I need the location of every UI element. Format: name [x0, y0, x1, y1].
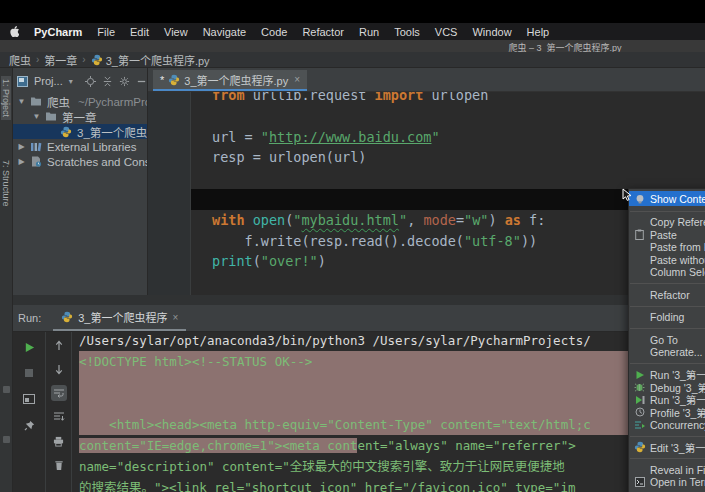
- tree-expand-icon[interactable]: ▼: [17, 97, 26, 106]
- favorites-icon[interactable]: [3, 386, 10, 393]
- print-icon[interactable]: [51, 433, 67, 449]
- context-menu-item-refactor[interactable]: Refactor: [629, 289, 705, 302]
- menubar-item-vcs[interactable]: VCS: [435, 26, 458, 38]
- menubar-item-file[interactable]: File: [97, 26, 115, 38]
- menubar-item-navigate[interactable]: Navigate: [203, 26, 246, 38]
- soft-wrap-icon[interactable]: [51, 385, 67, 401]
- scratches-icon: [30, 156, 43, 168]
- code-line[interactable]: 7url = "http://www.baidu.com": [148, 127, 705, 148]
- context-menu-item-run-3-with-coverage[interactable]: Run '3_第一个爬虫程序' with Coverage: [629, 394, 705, 407]
- menubar-item-help[interactable]: Help: [527, 26, 550, 38]
- up-stacktrace-icon[interactable]: [51, 337, 67, 353]
- context-menu-item-column-selection-mode[interactable]: Column Selection Mode: [629, 266, 705, 279]
- context-menu-item-copy-reference[interactable]: Copy Reference: [629, 216, 705, 229]
- menubar-item-view[interactable]: View: [164, 26, 188, 38]
- concurrency-icon: [633, 419, 646, 430]
- tab-3-diyige-pachong-chengxu[interactable]: * 3_第一个爬虫程序.py ×: [153, 70, 307, 91]
- stop-button[interactable]: [21, 365, 37, 381]
- context-menu-item-profile-3[interactable]: Profile '3_第一个爬虫程序': [629, 406, 705, 419]
- breadcrumb: 爬虫›第一章›3_第一个爬虫程序.py: [0, 52, 705, 68]
- code-line[interactable]: 14: [148, 272, 705, 293]
- context-menu-item-generate[interactable]: Generate...: [629, 346, 705, 359]
- context-menu-item-folding[interactable]: Folding: [629, 311, 705, 324]
- close-run-tab-icon[interactable]: ×: [173, 312, 179, 323]
- breadcrumb-item[interactable]: 爬虫: [9, 52, 31, 68]
- tree-item-external-libraries[interactable]: ▶External Libraries: [13, 139, 147, 154]
- context-menu-item-reveal-in-finder[interactable]: Reveal in Finder: [629, 464, 705, 477]
- gear-icon[interactable]: [119, 75, 130, 87]
- tree-item-scratches-and-consoles[interactable]: ▶Scratches and Consoles: [13, 154, 147, 169]
- locate-file-icon[interactable]: [85, 75, 96, 87]
- menubar-item-window[interactable]: Window: [472, 26, 511, 38]
- menu-separator: [630, 436, 705, 437]
- context-menu-item-paste-from-history[interactable]: Paste from History...: [629, 241, 705, 254]
- editor-gutter: [148, 91, 191, 295]
- python-file-icon: [91, 54, 103, 66]
- run-tab-label: 3_第一个爬虫程序: [78, 309, 167, 325]
- close-tab-icon[interactable]: ×: [294, 74, 300, 85]
- breadcrumb-item[interactable]: 第一章: [44, 52, 77, 68]
- menu-separator: [630, 458, 705, 459]
- tree-item--[interactable]: ▼第一章: [13, 109, 147, 124]
- editor-run-splitter[interactable]: [13, 295, 705, 305]
- sidebar-item-structure[interactable]: 7: Structure: [1, 160, 11, 207]
- menubar-item-run[interactable]: Run: [359, 26, 379, 38]
- menubar-item-pycharm[interactable]: PyCharm: [34, 26, 82, 38]
- menubar-item-tools[interactable]: Tools: [394, 26, 420, 38]
- tree-expand-icon[interactable]: ▶: [17, 142, 26, 151]
- context-menu-item-show-context-actions[interactable]: Show Context Actions: [629, 191, 705, 206]
- console-line: name="description" content="全球最大的中文搜索引擎、…: [79, 456, 705, 477]
- project-panel-title[interactable]: Proj...: [34, 75, 63, 87]
- code-line[interactable]: 9: [148, 168, 705, 189]
- todo-icon[interactable]: [3, 436, 10, 443]
- console-line: <!DOCTYPE html><!--STATUS OK-->: [79, 351, 705, 372]
- menu-item-label: Profile '3_第一个爬虫程序': [650, 406, 705, 419]
- macos-menubar: PyCharmFileEditViewNavigateCodeRefactorR…: [0, 23, 705, 40]
- tree-item-label: 第一章: [62, 109, 97, 125]
- breadcrumb-item[interactable]: 3_第一个爬虫程序.py: [91, 52, 210, 68]
- console-line: [79, 393, 705, 414]
- folder-icon: [30, 96, 43, 108]
- tree-item-label: Scratches and Consoles: [47, 156, 148, 168]
- menubar-item-code[interactable]: Code: [261, 26, 287, 38]
- context-menu-item-debug-3[interactable]: Debug '3_第一个爬虫程序': [629, 381, 705, 394]
- context-menu-item-paste[interactable]: Paste: [629, 229, 705, 242]
- collapse-all-icon[interactable]: [102, 75, 113, 87]
- hide-panel-icon[interactable]: [136, 75, 147, 87]
- code-line[interactable]: 8resp = urlopen(url): [148, 147, 705, 168]
- python-icon: [60, 126, 73, 138]
- menu-item-label: Folding: [650, 311, 684, 323]
- code-line[interactable]: 6: [148, 106, 705, 127]
- tree-expand-icon[interactable]: ▶: [17, 157, 26, 166]
- project-panel-icon: [17, 75, 28, 87]
- editor-tab-bar: * 3_第一个爬虫程序.py ×: [148, 68, 705, 92]
- tree-expand-icon[interactable]: ▼: [32, 112, 41, 121]
- context-menu-item-edit-3[interactable]: Edit '3_第一个爬虫程序'...: [629, 441, 705, 454]
- context-menu-item-concurrency-diagram-for-3[interactable]: Concurrency Diagram for '3_第一': [629, 419, 705, 432]
- restore-layout-icon[interactable]: [21, 391, 37, 407]
- context-menu-item-paste-without-formatting[interactable]: Paste without Formatting: [629, 254, 705, 267]
- rerun-button[interactable]: [21, 339, 37, 355]
- tree-item-python-file[interactable]: 3_第一个爬虫程序.p: [13, 124, 147, 139]
- run-tab[interactable]: 3_第一个爬虫程序 ×: [53, 305, 186, 331]
- menubar-item-edit[interactable]: Edit: [130, 26, 149, 38]
- code-line[interactable]: 11with open("mybaidu.html", mode="w") as…: [148, 210, 705, 231]
- code-line[interactable]: 13print("over!"): [148, 251, 705, 272]
- chevron-down-icon[interactable]: ▾: [69, 77, 73, 86]
- clear-console-icon[interactable]: [51, 457, 67, 473]
- breadcrumb-separator: ›: [36, 54, 39, 65]
- sidebar-item-project[interactable]: 1: Project: [1, 76, 11, 120]
- menubar-item-refactor[interactable]: Refactor: [302, 26, 344, 38]
- context-menu-item-run-3[interactable]: Run '3_第一个爬虫程序': [629, 369, 705, 382]
- context-menu-item-open-in-terminal[interactable]: Open in Terminal: [629, 476, 705, 489]
- menu-item-label: Paste: [650, 229, 677, 241]
- apple-logo-icon[interactable]: [9, 26, 19, 38]
- code-line[interactable]: 12 f.write(resp.read().decode("utf-8")): [148, 231, 705, 252]
- context-menu-item-go-to[interactable]: Go To: [629, 334, 705, 347]
- scroll-to-end-icon[interactable]: [51, 409, 67, 425]
- down-stacktrace-icon[interactable]: [51, 361, 67, 377]
- pin-icon[interactable]: [21, 417, 37, 433]
- python-file-icon: [61, 311, 73, 323]
- menu-item-label: Go To: [650, 334, 678, 346]
- tree-item--[interactable]: ▼爬虫~/PycharmProjects: [13, 94, 147, 109]
